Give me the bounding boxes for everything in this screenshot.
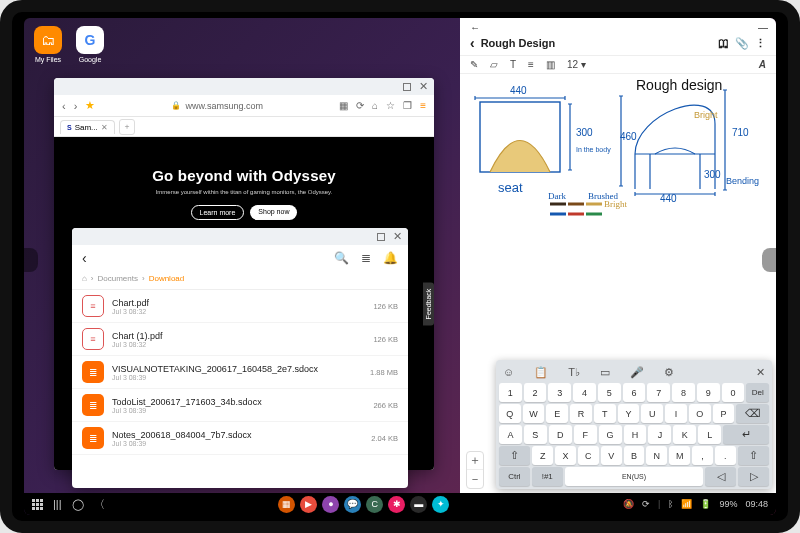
edge-panel-right[interactable] (762, 248, 776, 272)
signature-icon[interactable]: A (759, 59, 766, 70)
url-field[interactable]: 🔒 www.samsung.com (103, 101, 331, 111)
wifi-icon[interactable]: 📶 (681, 499, 692, 509)
key-comma[interactable]: , (692, 446, 713, 465)
bookmark-star-icon[interactable]: ★ (85, 99, 95, 112)
forward-icon[interactable]: › (74, 100, 78, 112)
zoom-in-button[interactable]: ＋ (467, 452, 483, 470)
key-d[interactable]: D (549, 425, 572, 444)
key-v[interactable]: V (601, 446, 622, 465)
text-icon[interactable]: T (510, 59, 516, 70)
note-title[interactable]: Rough Design (481, 37, 556, 49)
key-h[interactable]: H (624, 425, 647, 444)
zoom-out-button[interactable]: － (467, 470, 483, 488)
key-e[interactable]: E (546, 404, 568, 423)
notification-bell-icon[interactable]: 🔔 (383, 251, 398, 265)
key-enter[interactable]: ↵ (723, 425, 769, 444)
menu-icon[interactable]: ≡ (420, 100, 426, 111)
kbd-tool-icon[interactable]: 🎤 (630, 366, 644, 379)
pen-icon[interactable]: ✎ (470, 59, 478, 70)
feedback-tab[interactable]: Feedback (423, 282, 434, 325)
key-shift-left[interactable]: ⇧ (499, 446, 530, 465)
taskbar-app-icon[interactable]: ✦ (432, 496, 449, 513)
key-o[interactable]: O (689, 404, 711, 423)
tab-close-icon[interactable]: ✕ (101, 123, 108, 132)
key-6[interactable]: 6 (623, 383, 646, 402)
key-q[interactable]: Q (499, 404, 521, 423)
home-chip-icon[interactable]: ⌂ (82, 274, 87, 283)
key-period[interactable]: . (715, 446, 736, 465)
crumb-documents[interactable]: Documents (98, 274, 138, 283)
window-titlebar[interactable]: ✕ (72, 228, 408, 245)
eraser-icon[interactable]: ▱ (490, 59, 498, 70)
key-a[interactable]: A (499, 425, 522, 444)
home-icon[interactable]: ⌂ (372, 100, 378, 111)
bt-icon[interactable]: ᛒ (668, 499, 673, 509)
key-u[interactable]: U (641, 404, 663, 423)
taskbar-app-icon[interactable]: ▬ (410, 496, 427, 513)
key-7[interactable]: 7 (647, 383, 670, 402)
key-f[interactable]: F (574, 425, 597, 444)
kbd-tool-icon[interactable]: 📋 (534, 366, 548, 379)
tabs-icon[interactable]: ❐ (403, 100, 412, 111)
key-shift-right[interactable]: ⇧ (738, 446, 769, 465)
key-2[interactable]: 2 (524, 383, 547, 402)
back-icon[interactable]: ‹ (82, 250, 87, 266)
key-x[interactable]: X (555, 446, 576, 465)
window-titlebar[interactable]: ✕ (54, 78, 434, 95)
align-icon[interactable]: ≡ (528, 59, 534, 70)
search-icon[interactable]: 🔍 (334, 251, 349, 265)
key-n[interactable]: N (646, 446, 667, 465)
taskbar-app-icon[interactable]: C (366, 496, 383, 513)
key-right[interactable]: ▷ (738, 467, 769, 486)
key-9[interactable]: 9 (697, 383, 720, 402)
key-g[interactable]: G (599, 425, 622, 444)
key-k[interactable]: K (673, 425, 696, 444)
back-icon[interactable]: ‹ (62, 100, 66, 112)
edge-panel-left[interactable] (24, 248, 38, 272)
key-c[interactable]: C (578, 446, 599, 465)
rotate-lock-icon[interactable]: ⟳ (642, 499, 650, 509)
attach-icon[interactable]: 📎 (735, 37, 749, 50)
key-z[interactable]: Z (532, 446, 553, 465)
keyboard-close-icon[interactable]: ✕ (756, 366, 765, 379)
key-5[interactable]: 5 (598, 383, 621, 402)
key-l[interactable]: L (698, 425, 721, 444)
minimize-icon[interactable]: — (758, 22, 766, 33)
key-0[interactable]: 0 (722, 383, 745, 402)
maximize-icon[interactable] (377, 233, 385, 241)
qr-icon[interactable]: ▦ (339, 100, 348, 111)
key-y[interactable]: Y (618, 404, 640, 423)
file-row[interactable]: VISUALNOTETAKING_200617_160458_2e7.sdocx… (72, 356, 408, 389)
new-tab-button[interactable]: ＋ (119, 119, 135, 135)
kbd-tool-icon[interactable]: ▭ (600, 366, 610, 379)
key-p[interactable]: P (713, 404, 735, 423)
key-j[interactable]: J (648, 425, 671, 444)
back-icon[interactable]: ← (470, 22, 480, 33)
fav-icon[interactable]: ☆ (386, 100, 395, 111)
reader-icon[interactable]: 🕮 (718, 37, 729, 49)
key-8[interactable]: 8 (672, 383, 695, 402)
key-r[interactable]: R (570, 404, 592, 423)
key-m[interactable]: M (669, 446, 690, 465)
close-icon[interactable]: ✕ (419, 80, 428, 93)
tab-samsung[interactable]: S Sam... ✕ (60, 120, 115, 134)
key-s[interactable]: S (524, 425, 547, 444)
desktop-icon-google[interactable]: G Google (76, 26, 104, 63)
file-row[interactable]: Chart (1).pdf Jul 3 08:32 126 KB (72, 323, 408, 356)
taskbar-app-icon[interactable]: ● (322, 496, 339, 513)
key-left[interactable]: ◁ (705, 467, 736, 486)
recents-icon[interactable]: ||| (53, 498, 62, 510)
key-del[interactable]: Del (746, 383, 769, 402)
mute-icon[interactable]: 🔕 (623, 499, 634, 509)
taskbar-app-icon[interactable]: ▦ (278, 496, 295, 513)
key-b[interactable]: B (624, 446, 645, 465)
back-icon[interactable]: ‹ (470, 35, 475, 51)
close-icon[interactable]: ✕ (393, 230, 402, 243)
back-nav-icon[interactable]: 〈 (94, 497, 105, 512)
key-3[interactable]: 3 (548, 383, 571, 402)
shop-now-button[interactable]: Shop now (250, 205, 297, 220)
view-list-icon[interactable]: ≣ (361, 251, 371, 265)
file-row[interactable]: Chart.pdf Jul 3 08:32 126 KB (72, 290, 408, 323)
taskbar-app-icon[interactable]: ▶ (300, 496, 317, 513)
key-space[interactable]: EN(US) (565, 467, 704, 486)
